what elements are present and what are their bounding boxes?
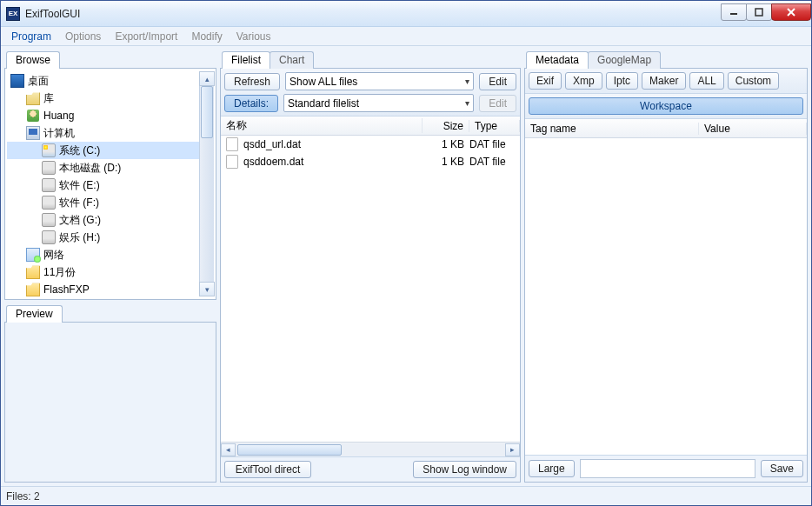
tree-drive-c[interactable]: 系统 (C:) [7, 142, 199, 159]
workspace-button[interactable]: Workspace [529, 97, 803, 115]
meta-value-input[interactable] [580, 459, 755, 478]
network-icon [26, 248, 40, 262]
file-grid-body[interactable]: qsdd_url.dat1 KBDAT fileqsddoem.dat1 KBD… [221, 136, 520, 442]
chevron-down-icon: ▾ [465, 77, 469, 86]
file-icon [226, 137, 238, 151]
right-tabstrip: Metadata GoogleMap [524, 50, 808, 69]
chevron-down-icon: ▾ [465, 98, 469, 108]
maximize-button[interactable] [746, 3, 772, 21]
app-icon: EX [6, 7, 20, 21]
tab-preview[interactable]: Preview [6, 305, 63, 323]
close-button[interactable] [771, 3, 811, 21]
mid-tabstrip: Filelist Chart [220, 50, 521, 69]
tree-user[interactable]: Huang [7, 107, 199, 124]
tree-drive-h[interactable]: 娱乐 (H:) [7, 229, 199, 246]
menu-export-import[interactable]: Export/Import [108, 29, 184, 44]
preview-tabstrip: Preview [4, 303, 216, 323]
menu-various[interactable]: Various [230, 29, 278, 44]
minimize-button[interactable] [721, 3, 747, 21]
drive-icon [42, 143, 56, 157]
show-log-button[interactable]: Show Log window [413, 461, 516, 478]
tab-chart[interactable]: Chart [270, 51, 314, 69]
scroll-thumb[interactable] [237, 444, 342, 456]
library-icon [26, 91, 40, 105]
tree-desktop[interactable]: 桌面 [7, 72, 199, 90]
scroll-left-icon[interactable]: ◂ [221, 443, 236, 456]
folder-icon [26, 265, 40, 279]
window-title: ExifToolGUI [25, 8, 722, 20]
large-button[interactable]: Large [529, 460, 575, 477]
tree-drive-f[interactable]: 软件 (F:) [7, 194, 199, 211]
iptc-button[interactable]: Iptc [606, 72, 638, 90]
tab-googlemap[interactable]: GoogleMap [588, 51, 661, 69]
listtype-combo[interactable]: Standard filelist▾ [283, 94, 474, 112]
file-row[interactable]: qsddoem.dat1 KBDAT file [221, 153, 520, 170]
computer-icon [26, 126, 40, 140]
file-grid-header: 名称 Size Type [221, 117, 520, 136]
col-tag-name[interactable]: Tag name [525, 123, 699, 135]
drive-icon [42, 196, 56, 210]
custom-button[interactable]: Custom [728, 72, 779, 90]
details-toggle[interactable]: Details: [224, 95, 278, 112]
folder-tree[interactable]: 桌面 库 Huang 计算机 系统 (C:) 本地磁盘 (D:) 软件 (E:)… [5, 69, 216, 299]
filter-combo[interactable]: Show ALL files▾ [285, 72, 474, 90]
user-icon [26, 109, 40, 123]
exiftool-direct-button[interactable]: ExifTool direct [224, 461, 311, 478]
xmp-button[interactable]: Xmp [565, 72, 602, 90]
folder-icon [26, 283, 40, 296]
meta-grid-body[interactable] [525, 138, 807, 455]
desktop-icon [10, 74, 24, 88]
tab-metadata[interactable]: Metadata [526, 51, 589, 69]
file-icon [226, 155, 238, 169]
col-type[interactable]: Type [469, 120, 520, 132]
svg-rect-1 [755, 9, 762, 16]
edit-listtype-button: Edit [479, 95, 516, 112]
exif-button[interactable]: Exif [529, 72, 562, 90]
left-tabstrip: Browse [4, 50, 216, 69]
menu-program[interactable]: Program [4, 29, 58, 44]
tree-folder-flash[interactable]: FlashFXP [7, 281, 199, 298]
save-button[interactable]: Save [761, 460, 803, 477]
refresh-button[interactable]: Refresh [224, 73, 280, 90]
drive-icon [42, 213, 56, 227]
all-button[interactable]: ALL [689, 72, 723, 90]
status-file-count: Files: 2 [6, 490, 40, 503]
tree-folder-nov[interactable]: 11月份 [7, 263, 199, 281]
scroll-down-icon[interactable]: ▾ [199, 282, 215, 296]
menu-options[interactable]: Options [58, 29, 108, 44]
file-hscroll[interactable]: ◂ ▸ [221, 442, 520, 456]
scroll-right-icon[interactable]: ▸ [505, 443, 520, 456]
tree-scrollbar[interactable]: ▴ ▾ [199, 72, 214, 296]
col-size[interactable]: Size [423, 120, 469, 132]
tab-browse[interactable]: Browse [6, 51, 60, 69]
meta-grid-header: Tag name Value [525, 119, 807, 138]
drive-icon [42, 178, 56, 192]
tree-drive-e[interactable]: 软件 (E:) [7, 176, 199, 194]
edit-filter-button[interactable]: Edit [479, 73, 516, 90]
maker-button[interactable]: Maker [642, 72, 686, 90]
col-value[interactable]: Value [699, 123, 807, 135]
scroll-thumb[interactable] [201, 86, 213, 138]
tab-filelist[interactable]: Filelist [222, 51, 270, 69]
menubar: Program Options Export/Import Modify Var… [1, 27, 811, 46]
drive-icon [42, 161, 56, 175]
tree-network[interactable]: 网络 [7, 246, 199, 263]
titlebar: EX ExifToolGUI [1, 1, 811, 27]
app-window: EX ExifToolGUI Program Options Export/Im… [0, 0, 812, 506]
statusbar: Files: 2 [1, 486, 811, 505]
tree-drive-d[interactable]: 本地磁盘 (D:) [7, 159, 199, 176]
tree-drive-g[interactable]: 文档 (G:) [7, 211, 199, 229]
file-row[interactable]: qsdd_url.dat1 KBDAT file [221, 136, 520, 153]
menu-modify[interactable]: Modify [184, 29, 229, 44]
scroll-up-icon[interactable]: ▴ [199, 71, 215, 86]
col-name[interactable]: 名称 [221, 118, 423, 133]
preview-panel [4, 323, 216, 483]
drive-icon [42, 230, 56, 244]
tree-computer[interactable]: 计算机 [7, 124, 199, 142]
tree-libraries[interactable]: 库 [7, 90, 199, 107]
